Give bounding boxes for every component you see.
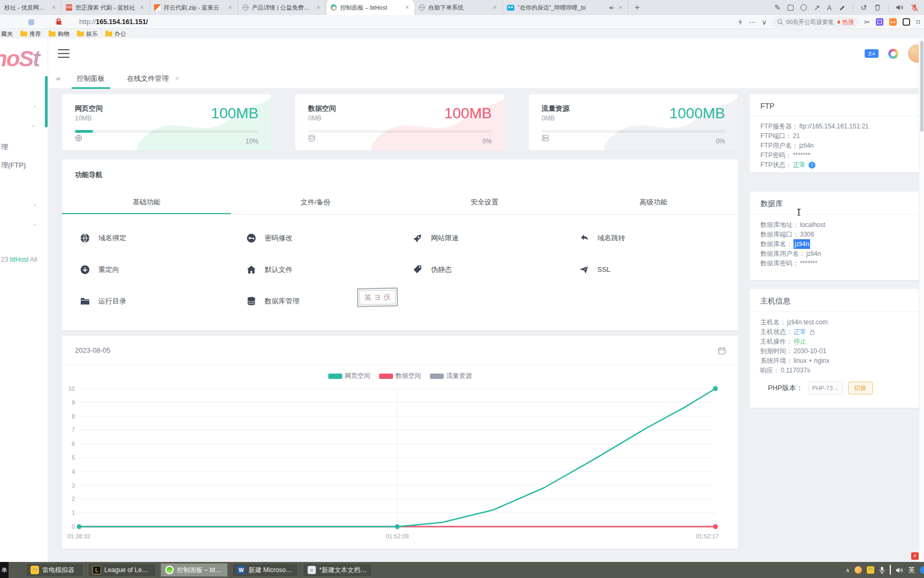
tray-display-icon[interactable] bbox=[890, 565, 891, 575]
rectangle-tool-icon[interactable] bbox=[788, 5, 794, 11]
chevron-right-icon[interactable]: › bbox=[34, 221, 36, 227]
browser-tab-active[interactable]: 控制面板 – btHost × bbox=[326, 0, 414, 15]
url-bar[interactable]: http://165.154.161.151/ bbox=[79, 18, 148, 26]
pencil-icon[interactable]: ✎ bbox=[774, 4, 781, 11]
php-version-select[interactable]: PHP-73⌄ bbox=[808, 382, 843, 394]
feature-ssl[interactable]: SSL bbox=[566, 254, 733, 285]
insecure-lock-icon[interactable] bbox=[55, 18, 63, 28]
browser-tab[interactable]: 您正搜索 代刷 - 蓝枝社 × bbox=[61, 0, 150, 15]
browser-tab[interactable]: 产品详情 | 公益免费主机互联 × bbox=[238, 0, 326, 15]
calendar-icon[interactable] bbox=[718, 346, 726, 357]
page-scrollbar[interactable] bbox=[919, 39, 924, 562]
close-notification-button[interactable]: × bbox=[911, 552, 919, 560]
text-tool-icon[interactable]: A bbox=[827, 4, 832, 11]
chevron-down-icon[interactable]: ∨ bbox=[762, 18, 767, 26]
tab-security[interactable]: 安全设置 bbox=[400, 192, 569, 214]
tab-advanced[interactable]: 高级功能 bbox=[569, 192, 738, 214]
legend-item[interactable]: 网页空间 bbox=[328, 371, 371, 381]
info-icon[interactable]: ! bbox=[808, 162, 815, 169]
speaker-icon[interactable] bbox=[896, 4, 904, 11]
more-dots-icon[interactable]: ⋯ bbox=[749, 18, 756, 26]
close-icon[interactable]: × bbox=[51, 4, 57, 11]
browser-tab[interactable]: “在你的身边”_哔哩哔哩_bi × bbox=[503, 0, 628, 15]
feature-domain-redirect[interactable]: 域名跳转 bbox=[566, 222, 733, 254]
collapse-tabs-icon[interactable]: «‹ bbox=[56, 74, 60, 82]
close-icon[interactable]: × bbox=[492, 4, 498, 11]
bookmark-folder[interactable]: 推荐 bbox=[20, 30, 41, 38]
taskbar-bthost[interactable]: 控制面板 – btHost... bbox=[160, 563, 228, 577]
bookmark-folder[interactable]: 购物 bbox=[49, 30, 70, 38]
selected-text[interactable]: jzli4n bbox=[794, 239, 810, 249]
reader-mode-icon[interactable] bbox=[28, 19, 34, 25]
trash-icon[interactable] bbox=[874, 4, 881, 11]
stop-action-link[interactable]: 停止 bbox=[794, 337, 806, 346]
tab-file-manager[interactable]: 在线文件管理 bbox=[122, 69, 174, 89]
tray-expand-icon[interactable]: ∧ bbox=[846, 567, 850, 573]
server-icon bbox=[542, 134, 549, 144]
browser-tab[interactable]: 祥云代刷.zip - 蓝奏云 × bbox=[150, 0, 238, 15]
theme-palette-icon[interactable] bbox=[888, 49, 898, 59]
audio-playing-icon[interactable] bbox=[609, 5, 614, 11]
close-icon[interactable]: × bbox=[618, 4, 623, 11]
progress-track bbox=[542, 130, 725, 133]
bookmark-folder[interactable]: 办公 bbox=[105, 30, 126, 38]
extension-gamepad-icon[interactable] bbox=[889, 18, 897, 26]
feature-domain-bind[interactable]: 域名绑定 bbox=[67, 222, 234, 254]
hot-search-badge[interactable]: 热搜 bbox=[836, 18, 854, 26]
scrollbar-thumb[interactable] bbox=[920, 41, 923, 132]
ime-indicator[interactable]: 英 bbox=[908, 566, 915, 575]
browser-tab[interactable]: 自助下单系统 × bbox=[414, 0, 503, 15]
tray-ldplayer-icon[interactable]: ◠ bbox=[867, 566, 874, 574]
tray-volume-icon[interactable] bbox=[896, 567, 904, 574]
browser-tab[interactable]: 枝社 - 优质网站源码与插... × bbox=[0, 0, 61, 15]
feature-redirect[interactable]: 重定向 bbox=[67, 254, 234, 285]
taskbar-notepad[interactable]: ≡*新建文本文档.txt -... bbox=[303, 563, 372, 577]
tray-cut-icon[interactable] bbox=[920, 566, 924, 574]
search-input[interactable]: 00后开公司设宴笔 热搜 bbox=[773, 17, 858, 27]
tab-file-backup[interactable]: 文件/备份 bbox=[231, 192, 400, 214]
extension-purple-icon[interactable] bbox=[876, 18, 883, 26]
close-icon[interactable]: × bbox=[139, 4, 145, 11]
feature-default-file[interactable]: 默认文件 bbox=[234, 254, 400, 285]
close-icon[interactable]: × bbox=[315, 4, 321, 11]
taskbar-ldplayer[interactable]: ◠雷电模拟器 bbox=[26, 563, 83, 577]
folder-icon bbox=[77, 32, 84, 36]
feature-password-change[interactable]: 密码修改 bbox=[234, 222, 400, 254]
php-switch-button[interactable]: 切换 bbox=[848, 382, 873, 394]
date-picker[interactable]: 2023-08-05 bbox=[75, 346, 111, 354]
tab-basic-functions[interactable]: 基础功能 bbox=[62, 192, 231, 214]
taskbar-word[interactable]: W新建 Microsoft W... bbox=[232, 563, 298, 577]
tray-app-icon[interactable] bbox=[854, 566, 862, 574]
undo-icon[interactable]: ↺ bbox=[860, 4, 867, 11]
apps-grid-icon[interactable] bbox=[916, 20, 921, 25]
tab-control-panel[interactable]: 控制面板 bbox=[72, 69, 110, 89]
menu-toggle-icon[interactable] bbox=[58, 49, 70, 58]
microphone-muted-icon[interactable] bbox=[911, 4, 919, 12]
taskbar-lol[interactable]: LLeague of Legends bbox=[88, 563, 156, 577]
bookmarks-folder-cut[interactable]: 藏夹 bbox=[1, 30, 13, 38]
sidebar-item-ftp-manage[interactable]: 理(FTP) bbox=[1, 161, 26, 170]
close-icon[interactable]: × bbox=[175, 75, 179, 82]
feature-rewrite[interactable]: 伪静态 bbox=[400, 254, 566, 285]
sidebar-item-file-manage[interactable]: 理 bbox=[1, 142, 8, 152]
marker-tool-icon[interactable] bbox=[838, 4, 846, 11]
feature-run-directory[interactable]: 运行目录 bbox=[67, 285, 234, 317]
legend-item[interactable]: 流量资源 bbox=[430, 371, 472, 381]
translate-icon[interactable]: 文A bbox=[865, 49, 879, 58]
legend-item[interactable]: 数据空间 bbox=[379, 371, 421, 381]
lightning-icon[interactable] bbox=[737, 18, 743, 26]
close-icon[interactable]: × bbox=[227, 4, 233, 11]
close-icon[interactable]: × bbox=[404, 4, 410, 11]
ellipse-tool-icon[interactable] bbox=[800, 4, 807, 11]
new-tab-button[interactable]: + bbox=[628, 0, 646, 15]
arrow-tool-icon[interactable]: ↗ bbox=[814, 4, 820, 11]
chevron-right-icon[interactable]: › bbox=[34, 103, 36, 109]
scissors-icon[interactable]: ✂ bbox=[864, 18, 870, 26]
extension-app-icon[interactable] bbox=[903, 18, 910, 26]
tray-microphone-icon[interactable] bbox=[879, 566, 885, 574]
chevron-down-icon[interactable]: ⌄ bbox=[31, 121, 36, 128]
bookmark-folder[interactable]: 娱乐 bbox=[77, 30, 98, 38]
feature-site-speed-limit[interactable]: 网站限速 bbox=[400, 222, 566, 254]
chevron-right-icon[interactable]: › bbox=[34, 201, 36, 208]
taskbar-cut-item[interactable]: 单 bbox=[0, 562, 9, 578]
